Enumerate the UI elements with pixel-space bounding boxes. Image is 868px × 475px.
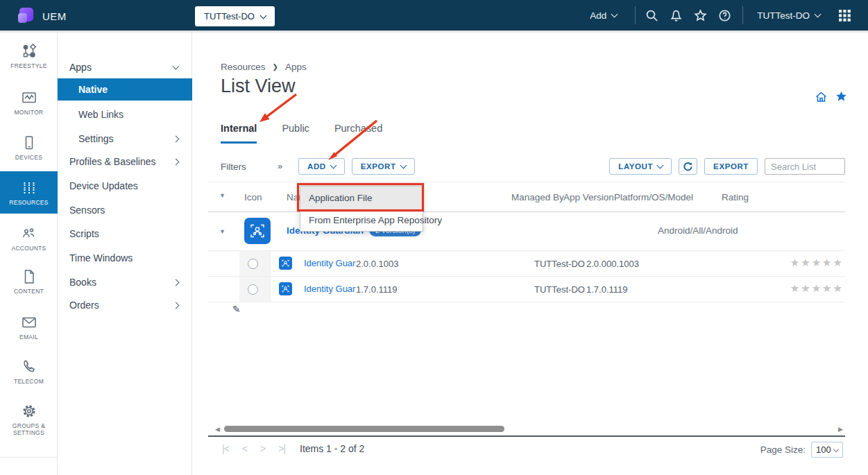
help-icon[interactable] [718,9,731,22]
rating-stars[interactable]: ★★★★★ [790,257,844,269]
next-page-button[interactable]: > [260,443,265,454]
sidebar-item-accounts[interactable]: ACCOUNTS [0,225,58,252]
chevron-down-icon [657,162,664,169]
chevron-right-icon: ❯ [273,63,278,71]
submenu-item-profiles-baselines[interactable]: Profiles & Baselines [58,151,192,172]
submenu-item-time-windows[interactable]: Time Windows [58,248,192,268]
notifications-bell-icon[interactable] [670,9,683,22]
column-header-managed-by[interactable]: Managed By [511,192,564,202]
rating-stars[interactable]: ★★★★★ [790,282,844,295]
devices-icon [21,135,37,151]
expand-filters-icon[interactable]: » [278,161,282,171]
search-input[interactable] [765,158,845,175]
sidebar-item-freestyle[interactable]: FREESTYLE [0,43,58,69]
export-list-button[interactable]: EXPORT [704,158,758,175]
refresh-button[interactable] [679,158,697,175]
chevron-down-icon [611,11,618,18]
gear-icon [21,403,37,420]
add-dropdown-menu: Application File From Enterprise App Rep… [300,186,423,232]
favorites-star-icon[interactable] [694,9,707,22]
breadcrumb-apps[interactable]: Apps [285,62,307,72]
edit-pencil-icon[interactable]: ✎ [232,304,241,315]
row-radio-button[interactable] [248,259,258,269]
column-header-rating[interactable]: Rating [722,192,749,202]
sidebar-item-groups-settings[interactable]: GROUPS & SETTINGS [0,403,58,436]
app-version-name-link[interactable]: Identity Guar [304,284,355,294]
sidebar-item-content[interactable]: CONTENT [0,268,58,295]
app-version-row[interactable]: Identity Guar 1.7.0.1119 TUTTest-DO 1.7.… [208,277,845,302]
tab-purchased[interactable]: Purchased [334,123,382,144]
collapse-group-icon[interactable]: ▼ [219,228,225,235]
tab-internal[interactable]: Internal [221,123,257,144]
sidebar-item-label: FREESTYLE [0,62,58,69]
submenu-item-web-links[interactable]: Web Links [58,104,192,125]
app-version-row[interactable]: Identity Guar 2.0.0.1003 TUTTest-DO 2.0.… [208,251,845,277]
sidebar-item-resources[interactable]: RESOURCES [0,171,58,214]
previous-page-button[interactable]: < [242,443,247,454]
first-page-button[interactable]: |< [222,443,229,454]
main-sidebar: FREESTYLE MONITOR DEVICES [0,33,58,475]
submenu-item-settings[interactable]: Settings [58,128,192,149]
pagination: |< < > >| Items 1 - 2 of 2 [222,443,364,454]
organization-group-switcher[interactable]: TUTTest-DO [195,6,275,26]
collapse-all-icon[interactable]: ▼ [219,192,225,199]
top-navigation-bar: UEM TUTTest-DO Add [0,0,868,33]
submenu-item-label: Web Links [78,109,124,120]
filters-label[interactable]: Filters [221,162,246,172]
column-header-platform[interactable]: Platform/OS/Model [614,192,693,202]
last-page-button[interactable]: >| [278,443,285,454]
telecom-icon [21,359,37,375]
sidebar-item-label: ACCOUNTS [0,245,58,252]
main-content: Resources ❯ Apps List View Internal Publ… [192,33,868,475]
home-icon[interactable] [815,91,827,103]
row-radio-button[interactable] [248,284,258,295]
sidebar-item-label: TELECOM [0,378,58,385]
divider [635,6,636,24]
add-button[interactable]: ADD [298,158,345,175]
app-version-name-link[interactable]: Identity Guar [304,258,355,268]
list-toolbar: Filters » ADD EXPORT LAYOUT [221,158,845,176]
sidebar-item-label: MONITOR [0,109,58,116]
menu-item-application-file[interactable]: Application File [300,187,423,210]
column-header-app-version[interactable]: App Version [563,192,614,202]
managed-by-cell: TUTTest-DO [534,284,585,295]
scroll-right-icon[interactable]: ▶ [838,426,843,433]
chevron-right-icon [173,159,180,166]
divider [742,6,743,24]
submenu-item-device-updates[interactable]: Device Updates [58,175,192,196]
submenu-item-label: Device Updates [69,180,138,191]
submenu-item-scripts[interactable]: Scripts [58,223,192,244]
export-button[interactable]: EXPORT [352,158,415,175]
scroll-left-icon[interactable]: ◀ [215,426,220,433]
app-grid-icon[interactable] [838,9,851,22]
sidebar-item-monitor[interactable]: MONITOR [0,89,58,116]
page-size-select[interactable]: 100 [811,442,843,458]
managed-by-cell: TUTTest-DO [534,259,585,269]
sidebar-item-email[interactable]: EMAIL [0,314,58,340]
menu-item-enterprise-repo[interactable]: From Enterprise App Repository [300,210,423,231]
submenu-item-label: Apps [69,62,92,73]
tab-public[interactable]: Public [282,123,309,144]
face-scan-icon [281,259,290,268]
submenu-item-apps[interactable]: Apps [58,57,192,78]
layout-button[interactable]: LAYOUT [609,158,672,175]
breadcrumb-resources[interactable]: Resources [221,62,266,72]
favorite-star-icon[interactable] [835,91,847,103]
submenu-item-orders[interactable]: Orders [58,295,192,316]
add-menu-button[interactable]: Add [590,10,617,21]
horizontal-scrollbar[interactable] [224,426,504,432]
sidebar-item-devices[interactable]: DEVICES [0,135,58,161]
column-header-icon[interactable]: Icon [244,192,262,202]
submenu-item-native[interactable]: Native [58,78,192,101]
search-icon[interactable] [645,9,658,22]
submenu-item-sensors[interactable]: Sensors [58,200,192,221]
account-menu-button[interactable]: TUTTest-DO [757,10,820,21]
sidebar-item-telecom[interactable]: TELECOM [0,359,58,385]
identity-guardian-app-icon[interactable] [244,218,271,244]
export-list-button-label: EXPORT [713,162,749,171]
page-size-value: 100 [816,444,831,455]
layout-button-label: LAYOUT [618,162,653,171]
submenu-item-books[interactable]: Books [58,272,192,293]
platform-cell: Android/All/Android [658,225,738,236]
email-icon [21,314,37,331]
